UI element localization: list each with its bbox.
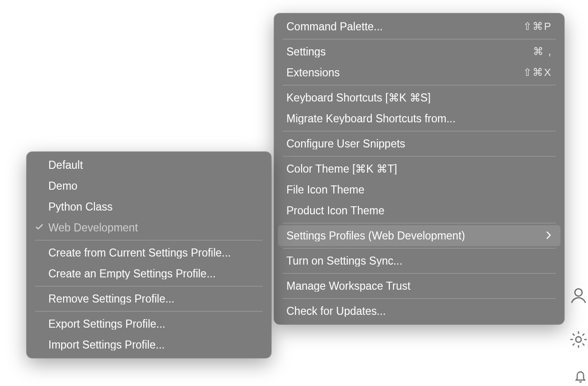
menu-item-check-for-updates[interactable]: Check for Updates... [278,301,560,322]
menu-item-label: Remove Settings Profile... [48,294,259,304]
menu-item-label: Migrate Keyboard Shortcuts from... [286,113,552,124]
menu-item-label: Color Theme [⌘K ⌘T] [286,164,552,175]
menu-separator [283,248,556,248]
menu-item-label: File Icon Theme [286,184,552,195]
menu-item-label: Command Palette... [286,21,514,32]
menu-item-manage-workspace-trust[interactable]: Manage Workspace Trust [278,276,560,296]
chevron-right-icon [545,230,552,241]
menu-item-label: Export Settings Profile... [48,319,259,330]
menu-item-label: Web Development [48,222,259,233]
menu-item-settings-sync[interactable]: Turn on Settings Sync... [278,250,560,271]
menu-item-label: Configure User Snippets [286,138,552,149]
settings-profiles-submenu: Default Demo Python Class Web Developmen… [27,152,271,358]
manage-menu: Command Palette... ⇧⌘P Settings ⌘ , Exte… [274,13,564,324]
menu-separator [283,131,556,131]
accounts-icon [568,285,588,308]
profile-item-python-class[interactable]: Python Class [30,196,267,217]
menu-separator [35,286,263,286]
menu-item-label: Create an Empty Settings Profile... [48,268,259,279]
menu-item-label: Import Settings Profile... [48,340,259,350]
menu-separator [35,311,263,312]
menu-item-label: Turn on Settings Sync... [286,256,552,267]
menu-separator [283,223,556,223]
menu-item-create-empty-profile[interactable]: Create an Empty Settings Profile... [30,263,267,284]
svg-point-0 [575,289,582,296]
menu-item-label: Extensions [286,67,514,78]
menu-item-label: Product Icon Theme [286,205,552,216]
menu-item-label: Create from Current Settings Profile... [48,248,259,258]
menu-item-export-profile[interactable]: Export Settings Profile... [30,313,267,334]
menu-item-keyboard-shortcuts[interactable]: Keyboard Shortcuts [⌘K ⌘S] [278,87,560,108]
svg-point-1 [576,337,581,342]
menu-item-label: Python Class [48,202,259,212]
menu-separator [283,298,556,299]
menu-item-label: Settings [286,46,524,57]
menu-separator [35,240,263,240]
menu-item-label: Check for Updates... [286,306,552,317]
profile-item-default[interactable]: Default [30,155,267,175]
menu-item-label: Manage Workspace Trust [286,281,552,292]
menu-separator [283,156,556,156]
menu-item-extensions[interactable]: Extensions ⇧⌘X [278,62,560,83]
profile-item-demo[interactable]: Demo [30,175,267,196]
profile-item-web-development[interactable]: Web Development [30,217,267,238]
menu-separator [283,39,556,39]
checkmark-icon [35,222,44,233]
menu-item-settings[interactable]: Settings ⌘ , [278,41,560,62]
menu-item-color-theme[interactable]: Color Theme [⌘K ⌘T] [278,158,560,179]
menu-item-command-palette[interactable]: Command Palette... ⇧⌘P [278,16,560,37]
menu-item-remove-profile[interactable]: Remove Settings Profile... [30,288,267,309]
menu-item-label: Settings Profiles (Web Development) [286,230,540,241]
menu-item-label: Default [48,160,259,171]
menu-item-create-from-current-profile[interactable]: Create from Current Settings Profile... [30,242,267,263]
menu-item-product-icon-theme[interactable]: Product Icon Theme [278,200,560,221]
menu-item-shortcut: ⇧⌘P [514,21,552,32]
menu-separator [283,85,556,85]
menu-item-migrate-keyboard-shortcuts[interactable]: Migrate Keyboard Shortcuts from... [278,108,560,129]
gear-icon [568,329,588,352]
menu-item-shortcut: ⌘ , [524,46,552,57]
menu-item-file-icon-theme[interactable]: File Icon Theme [278,179,560,200]
menu-separator [283,273,556,274]
menu-item-label: Demo [48,181,259,192]
bell-icon [572,368,588,386]
menu-item-import-profile[interactable]: Import Settings Profile... [30,334,267,355]
menu-item-label: Keyboard Shortcuts [⌘K ⌘S] [286,92,552,103]
menu-item-shortcut: ⇧⌘X [514,67,552,78]
menu-item-settings-profiles[interactable]: Settings Profiles (Web Development) [278,225,560,246]
menu-item-configure-user-snippets[interactable]: Configure User Snippets [278,133,560,154]
